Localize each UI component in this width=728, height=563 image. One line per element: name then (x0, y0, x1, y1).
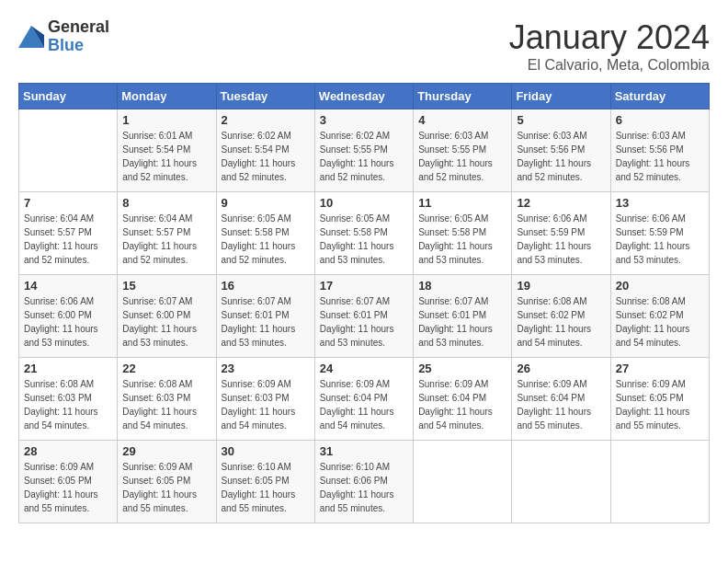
day-cell: 15Sunrise: 6:07 AMSunset: 6:00 PMDayligh… (118, 275, 216, 358)
day-cell: 29Sunrise: 6:09 AMSunset: 6:05 PMDayligh… (118, 441, 216, 523)
day-info: Sunrise: 6:07 AMSunset: 6:01 PMDaylight:… (418, 294, 506, 350)
day-info: Sunrise: 6:09 AMSunset: 6:05 PMDaylight:… (122, 460, 210, 515)
day-number: 24 (320, 362, 408, 375)
calendar-header: SundayMondayTuesdayWednesdayThursdayFrid… (19, 84, 710, 109)
header-cell-saturday: Saturday (610, 84, 709, 109)
day-number: 11 (418, 196, 506, 210)
day-cell: 16Sunrise: 6:07 AMSunset: 6:01 PMDayligh… (216, 275, 314, 358)
day-info: Sunrise: 6:08 AMSunset: 6:02 PMDaylight:… (616, 294, 704, 350)
day-cell: 17Sunrise: 6:07 AMSunset: 6:01 PMDayligh… (314, 275, 413, 358)
day-number: 29 (122, 444, 210, 458)
day-cell (610, 441, 709, 523)
day-info: Sunrise: 6:09 AMSunset: 6:05 PMDaylight:… (616, 377, 704, 432)
day-number: 22 (122, 362, 210, 375)
day-info: Sunrise: 6:09 AMSunset: 6:04 PMDaylight:… (517, 377, 605, 432)
day-info: Sunrise: 6:08 AMSunset: 6:03 PMDaylight:… (24, 377, 112, 432)
header-cell-sunday: Sunday (19, 84, 118, 109)
day-number: 30 (222, 444, 310, 458)
location: El Calvario, Meta, Colombia (509, 57, 710, 74)
day-cell: 25Sunrise: 6:09 AMSunset: 6:04 PMDayligh… (414, 358, 512, 441)
logo: General Blue (18, 18, 109, 55)
day-info: Sunrise: 6:09 AMSunset: 6:04 PMDaylight:… (320, 377, 408, 432)
header-cell-monday: Monday (118, 84, 216, 109)
day-info: Sunrise: 6:07 AMSunset: 6:01 PMDaylight:… (222, 294, 310, 350)
day-cell: 14Sunrise: 6:06 AMSunset: 6:00 PMDayligh… (19, 275, 118, 358)
day-cell: 18Sunrise: 6:07 AMSunset: 6:01 PMDayligh… (414, 275, 512, 358)
day-number: 23 (222, 362, 310, 375)
day-info: Sunrise: 6:06 AMSunset: 5:59 PMDaylight:… (616, 212, 704, 267)
day-number: 2 (222, 113, 310, 127)
day-number: 25 (418, 362, 506, 375)
day-cell: 30Sunrise: 6:10 AMSunset: 6:05 PMDayligh… (216, 441, 314, 523)
day-cell: 27Sunrise: 6:09 AMSunset: 6:05 PMDayligh… (610, 358, 709, 441)
day-info: Sunrise: 6:02 AMSunset: 5:54 PMDaylight:… (222, 129, 310, 184)
day-number: 18 (418, 279, 506, 293)
day-info: Sunrise: 6:06 AMSunset: 6:00 PMDaylight:… (24, 294, 112, 350)
day-info: Sunrise: 6:03 AMSunset: 5:56 PMDaylight:… (517, 129, 605, 184)
day-number: 1 (122, 113, 210, 127)
day-cell (19, 109, 118, 192)
day-cell: 19Sunrise: 6:08 AMSunset: 6:02 PMDayligh… (512, 275, 610, 358)
day-number: 15 (122, 279, 210, 293)
day-info: Sunrise: 6:05 AMSunset: 5:58 PMDaylight:… (418, 212, 506, 267)
logo-icon (18, 26, 44, 48)
calendar-body: 1Sunrise: 6:01 AMSunset: 5:54 PMDaylight… (19, 109, 710, 523)
day-cell: 23Sunrise: 6:09 AMSunset: 6:03 PMDayligh… (216, 358, 314, 441)
day-info: Sunrise: 6:08 AMSunset: 6:03 PMDaylight:… (122, 377, 210, 432)
day-info: Sunrise: 6:04 AMSunset: 5:57 PMDaylight:… (122, 212, 210, 267)
day-info: Sunrise: 6:03 AMSunset: 5:56 PMDaylight:… (616, 129, 704, 184)
day-cell: 1Sunrise: 6:01 AMSunset: 5:54 PMDaylight… (118, 109, 216, 192)
day-cell: 10Sunrise: 6:05 AMSunset: 5:58 PMDayligh… (314, 192, 413, 275)
day-info: Sunrise: 6:09 AMSunset: 6:03 PMDaylight:… (222, 377, 310, 432)
week-row-2: 7Sunrise: 6:04 AMSunset: 5:57 PMDaylight… (19, 192, 710, 275)
day-number: 7 (24, 196, 112, 210)
day-number: 4 (418, 113, 506, 127)
day-number: 5 (517, 113, 605, 127)
day-number: 27 (616, 362, 704, 375)
day-cell: 2Sunrise: 6:02 AMSunset: 5:54 PMDaylight… (216, 109, 314, 192)
day-info: Sunrise: 6:06 AMSunset: 5:59 PMDaylight:… (517, 212, 605, 267)
day-info: Sunrise: 6:08 AMSunset: 6:02 PMDaylight:… (517, 294, 605, 350)
day-info: Sunrise: 6:03 AMSunset: 5:55 PMDaylight:… (418, 129, 506, 184)
day-number: 21 (24, 362, 112, 375)
logo-blue: Blue (48, 36, 84, 54)
day-number: 14 (24, 279, 112, 293)
day-info: Sunrise: 6:10 AMSunset: 6:06 PMDaylight:… (320, 460, 408, 515)
day-number: 26 (517, 362, 605, 375)
day-number: 10 (320, 196, 408, 210)
week-row-4: 21Sunrise: 6:08 AMSunset: 6:03 PMDayligh… (19, 358, 710, 441)
day-number: 6 (616, 113, 704, 127)
week-row-1: 1Sunrise: 6:01 AMSunset: 5:54 PMDaylight… (19, 109, 710, 192)
day-cell: 7Sunrise: 6:04 AMSunset: 5:57 PMDaylight… (19, 192, 118, 275)
day-number: 20 (616, 279, 704, 293)
day-number: 13 (616, 196, 704, 210)
day-number: 12 (517, 196, 605, 210)
month-title: January 2024 (509, 18, 710, 57)
day-info: Sunrise: 6:05 AMSunset: 5:58 PMDaylight:… (222, 212, 310, 267)
day-number: 31 (320, 444, 408, 458)
day-info: Sunrise: 6:07 AMSunset: 6:00 PMDaylight:… (122, 294, 210, 350)
day-cell: 24Sunrise: 6:09 AMSunset: 6:04 PMDayligh… (314, 358, 413, 441)
day-cell (414, 441, 512, 523)
day-cell: 28Sunrise: 6:09 AMSunset: 6:05 PMDayligh… (19, 441, 118, 523)
day-info: Sunrise: 6:10 AMSunset: 6:05 PMDaylight:… (222, 460, 310, 515)
header-cell-thursday: Thursday (414, 84, 512, 109)
day-number: 17 (320, 279, 408, 293)
title-block: January 2024 El Calvario, Meta, Colombia (509, 18, 710, 74)
day-cell: 11Sunrise: 6:05 AMSunset: 5:58 PMDayligh… (414, 192, 512, 275)
day-cell: 5Sunrise: 6:03 AMSunset: 5:56 PMDaylight… (512, 109, 610, 192)
day-cell: 9Sunrise: 6:05 AMSunset: 5:58 PMDaylight… (216, 192, 314, 275)
day-info: Sunrise: 6:09 AMSunset: 6:05 PMDaylight:… (24, 460, 112, 515)
week-row-3: 14Sunrise: 6:06 AMSunset: 6:00 PMDayligh… (19, 275, 710, 358)
day-number: 8 (122, 196, 210, 210)
logo-general: General (48, 17, 109, 36)
day-info: Sunrise: 6:09 AMSunset: 6:04 PMDaylight:… (418, 377, 506, 432)
week-row-5: 28Sunrise: 6:09 AMSunset: 6:05 PMDayligh… (19, 441, 710, 523)
day-cell: 3Sunrise: 6:02 AMSunset: 5:55 PMDaylight… (314, 109, 413, 192)
day-cell: 21Sunrise: 6:08 AMSunset: 6:03 PMDayligh… (19, 358, 118, 441)
header-row: SundayMondayTuesdayWednesdayThursdayFrid… (19, 84, 710, 109)
day-cell: 6Sunrise: 6:03 AMSunset: 5:56 PMDaylight… (610, 109, 709, 192)
day-number: 19 (517, 279, 605, 293)
day-number: 3 (320, 113, 408, 127)
page-header: General Blue January 2024 El Calvario, M… (18, 18, 710, 74)
